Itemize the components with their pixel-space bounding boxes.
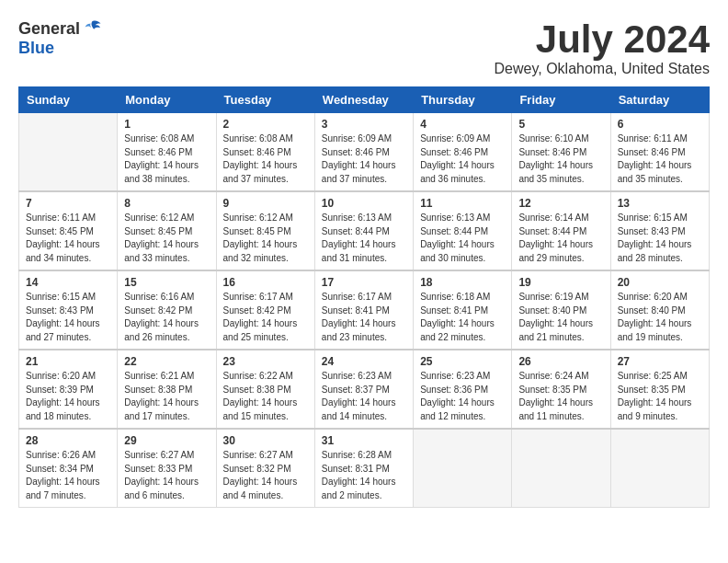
day-info: Sunrise: 6:20 AMSunset: 8:39 PMDaylight:… — [26, 370, 110, 423]
day-number: 17 — [322, 276, 406, 289]
calendar-header-row: SundayMondayTuesdayWednesdayThursdayFrid… — [19, 87, 710, 113]
calendar-cell: 16Sunrise: 6:17 AMSunset: 8:42 PMDayligh… — [216, 270, 314, 350]
day-info: Sunrise: 6:26 AMSunset: 8:34 PMDaylight:… — [26, 449, 110, 502]
calendar-cell: 17Sunrise: 6:17 AMSunset: 8:41 PMDayligh… — [314, 270, 413, 350]
calendar-cell — [512, 429, 610, 508]
calendar-week-row-1: 1Sunrise: 6:08 AMSunset: 8:46 PMDaylight… — [19, 113, 710, 192]
day-number: 24 — [322, 355, 406, 368]
day-number: 8 — [124, 197, 209, 210]
day-number: 16 — [223, 276, 308, 289]
day-info: Sunrise: 6:11 AMSunset: 8:46 PMDaylight:… — [618, 132, 702, 186]
day-info: Sunrise: 6:23 AMSunset: 8:36 PMDaylight:… — [420, 370, 505, 423]
calendar-cell: 14Sunrise: 6:15 AMSunset: 8:43 PMDayligh… — [19, 270, 118, 350]
calendar-header-tuesday: Tuesday — [216, 87, 314, 113]
calendar-header-saturday: Saturday — [610, 87, 709, 113]
logo-blue-text: Blue — [18, 39, 54, 58]
calendar-cell: 11Sunrise: 6:13 AMSunset: 8:44 PMDayligh… — [414, 191, 512, 270]
day-number: 25 — [420, 355, 505, 368]
calendar-week-row-3: 14Sunrise: 6:15 AMSunset: 8:43 PMDayligh… — [19, 270, 710, 350]
day-number: 14 — [26, 276, 110, 289]
calendar-cell: 4Sunrise: 6:09 AMSunset: 8:46 PMDaylight… — [414, 113, 512, 192]
calendar-cell: 2Sunrise: 6:08 AMSunset: 8:46 PMDaylight… — [216, 113, 314, 192]
day-number: 22 — [124, 355, 209, 368]
calendar-cell: 15Sunrise: 6:16 AMSunset: 8:42 PMDayligh… — [118, 270, 216, 350]
day-info: Sunrise: 6:17 AMSunset: 8:41 PMDaylight:… — [322, 291, 406, 344]
day-number: 7 — [26, 197, 110, 210]
calendar-cell — [610, 429, 709, 508]
calendar-header-friday: Friday — [512, 87, 610, 113]
calendar-cell: 21Sunrise: 6:20 AMSunset: 8:39 PMDayligh… — [19, 350, 118, 429]
calendar-cell: 29Sunrise: 6:27 AMSunset: 8:33 PMDayligh… — [118, 429, 216, 508]
day-number: 1 — [124, 118, 209, 131]
day-number: 9 — [223, 197, 308, 210]
calendar-cell: 3Sunrise: 6:09 AMSunset: 8:46 PMDaylight… — [314, 113, 413, 192]
day-number: 28 — [26, 434, 110, 447]
day-number: 27 — [618, 355, 702, 368]
calendar-cell: 31Sunrise: 6:28 AMSunset: 8:31 PMDayligh… — [314, 429, 413, 508]
calendar-week-row-4: 21Sunrise: 6:20 AMSunset: 8:39 PMDayligh… — [19, 350, 710, 429]
day-info: Sunrise: 6:17 AMSunset: 8:42 PMDaylight:… — [223, 291, 308, 344]
day-number: 18 — [420, 276, 505, 289]
day-info: Sunrise: 6:20 AMSunset: 8:40 PMDaylight:… — [618, 291, 702, 344]
calendar-cell: 23Sunrise: 6:22 AMSunset: 8:38 PMDayligh… — [216, 350, 314, 429]
day-info: Sunrise: 6:11 AMSunset: 8:45 PMDaylight:… — [26, 212, 110, 265]
day-info: Sunrise: 6:28 AMSunset: 8:31 PMDaylight:… — [322, 449, 406, 502]
calendar-cell: 1Sunrise: 6:08 AMSunset: 8:46 PMDaylight… — [118, 113, 216, 192]
calendar-week-row-2: 7Sunrise: 6:11 AMSunset: 8:45 PMDaylight… — [19, 191, 710, 270]
day-info: Sunrise: 6:15 AMSunset: 8:43 PMDaylight:… — [26, 291, 110, 344]
day-number: 19 — [518, 276, 603, 289]
day-info: Sunrise: 6:09 AMSunset: 8:46 PMDaylight:… — [322, 132, 406, 186]
day-number: 12 — [518, 197, 603, 210]
page-header: General Blue July 2024 Dewey, Oklahoma, … — [18, 18, 710, 77]
day-number: 15 — [124, 276, 209, 289]
title-section: July 2024 Dewey, Oklahoma, United States — [495, 18, 710, 77]
day-info: Sunrise: 6:21 AMSunset: 8:38 PMDaylight:… — [124, 370, 209, 423]
calendar-cell: 26Sunrise: 6:24 AMSunset: 8:35 PMDayligh… — [512, 350, 610, 429]
day-info: Sunrise: 6:18 AMSunset: 8:41 PMDaylight:… — [420, 291, 505, 344]
day-info: Sunrise: 6:12 AMSunset: 8:45 PMDaylight:… — [223, 212, 308, 265]
day-number: 4 — [420, 118, 505, 131]
day-info: Sunrise: 6:09 AMSunset: 8:46 PMDaylight:… — [420, 132, 505, 186]
day-info: Sunrise: 6:10 AMSunset: 8:46 PMDaylight:… — [518, 132, 603, 186]
calendar-cell: 19Sunrise: 6:19 AMSunset: 8:40 PMDayligh… — [512, 270, 610, 350]
logo-general-text: General — [18, 19, 80, 39]
calendar-cell: 27Sunrise: 6:25 AMSunset: 8:35 PMDayligh… — [610, 350, 709, 429]
logo: General Blue — [18, 18, 102, 58]
day-number: 31 — [322, 434, 406, 447]
day-info: Sunrise: 6:13 AMSunset: 8:44 PMDaylight:… — [322, 212, 406, 265]
subtitle: Dewey, Oklahoma, United States — [495, 61, 710, 77]
calendar-cell: 30Sunrise: 6:27 AMSunset: 8:32 PMDayligh… — [216, 429, 314, 508]
day-info: Sunrise: 6:19 AMSunset: 8:40 PMDaylight:… — [518, 291, 603, 344]
day-info: Sunrise: 6:24 AMSunset: 8:35 PMDaylight:… — [518, 370, 603, 423]
day-info: Sunrise: 6:25 AMSunset: 8:35 PMDaylight:… — [618, 370, 702, 423]
calendar-cell: 24Sunrise: 6:23 AMSunset: 8:37 PMDayligh… — [314, 350, 413, 429]
calendar-cell — [414, 429, 512, 508]
day-number: 21 — [26, 355, 110, 368]
day-number: 13 — [618, 197, 702, 210]
calendar-cell: 18Sunrise: 6:18 AMSunset: 8:41 PMDayligh… — [414, 270, 512, 350]
day-info: Sunrise: 6:23 AMSunset: 8:37 PMDaylight:… — [322, 370, 406, 423]
day-number: 3 — [322, 118, 406, 131]
day-info: Sunrise: 6:12 AMSunset: 8:45 PMDaylight:… — [124, 212, 209, 265]
day-info: Sunrise: 6:14 AMSunset: 8:44 PMDaylight:… — [518, 212, 603, 265]
calendar-cell: 7Sunrise: 6:11 AMSunset: 8:45 PMDaylight… — [19, 191, 118, 270]
calendar-cell: 12Sunrise: 6:14 AMSunset: 8:44 PMDayligh… — [512, 191, 610, 270]
calendar-cell: 20Sunrise: 6:20 AMSunset: 8:40 PMDayligh… — [610, 270, 709, 350]
day-info: Sunrise: 6:22 AMSunset: 8:38 PMDaylight:… — [223, 370, 308, 423]
calendar-week-row-5: 28Sunrise: 6:26 AMSunset: 8:34 PMDayligh… — [19, 429, 710, 508]
calendar-cell: 13Sunrise: 6:15 AMSunset: 8:43 PMDayligh… — [610, 191, 709, 270]
day-info: Sunrise: 6:16 AMSunset: 8:42 PMDaylight:… — [124, 291, 209, 344]
calendar-cell: 10Sunrise: 6:13 AMSunset: 8:44 PMDayligh… — [314, 191, 413, 270]
day-number: 26 — [518, 355, 603, 368]
day-info: Sunrise: 6:27 AMSunset: 8:32 PMDaylight:… — [223, 449, 308, 502]
day-number: 20 — [618, 276, 702, 289]
calendar-header-thursday: Thursday — [414, 87, 512, 113]
calendar-cell: 5Sunrise: 6:10 AMSunset: 8:46 PMDaylight… — [512, 113, 610, 192]
day-number: 5 — [518, 118, 603, 131]
calendar-cell: 9Sunrise: 6:12 AMSunset: 8:45 PMDaylight… — [216, 191, 314, 270]
calendar-table: SundayMondayTuesdayWednesdayThursdayFrid… — [18, 86, 710, 508]
calendar-cell: 6Sunrise: 6:11 AMSunset: 8:46 PMDaylight… — [610, 113, 709, 192]
day-number: 6 — [618, 118, 702, 131]
calendar-cell: 22Sunrise: 6:21 AMSunset: 8:38 PMDayligh… — [118, 350, 216, 429]
calendar-cell — [19, 113, 118, 192]
